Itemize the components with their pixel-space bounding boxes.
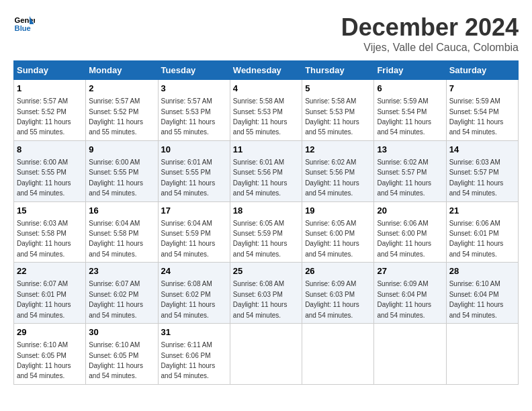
cell-sunrise: Sunrise: 5:59 AM xyxy=(449,97,500,105)
calendar-cell: 23Sunrise: 6:07 AMSunset: 6:02 PMDayligh… xyxy=(86,263,158,324)
calendar-cell: 7Sunrise: 5:59 AMSunset: 5:54 PMDaylight… xyxy=(446,80,518,141)
cell-sunset: Sunset: 5:57 PM xyxy=(449,169,499,176)
cell-daylight: Daylight: 11 hours and 54 minutes. xyxy=(233,179,287,197)
cell-daylight: Daylight: 11 hours and 54 minutes. xyxy=(377,240,431,257)
cell-sunrise: Sunrise: 5:57 AM xyxy=(17,97,68,105)
cell-sunrise: Sunrise: 6:06 AM xyxy=(449,220,500,227)
cell-sunset: Sunset: 5:53 PM xyxy=(305,108,355,116)
calendar-cell: 26Sunrise: 6:09 AMSunset: 6:03 PMDayligh… xyxy=(302,263,374,324)
calendar-cell: 21Sunrise: 6:06 AMSunset: 6:01 PMDayligh… xyxy=(446,201,518,263)
calendar-cell: 24Sunrise: 6:08 AMSunset: 6:02 PMDayligh… xyxy=(158,263,230,324)
cell-daylight: Daylight: 11 hours and 54 minutes. xyxy=(17,301,71,318)
day-number: 4 xyxy=(233,83,299,95)
day-number: 5 xyxy=(305,83,371,95)
calendar-cell: 9Sunrise: 6:00 AMSunset: 5:55 PMDaylight… xyxy=(86,140,158,201)
cell-daylight: Daylight: 11 hours and 54 minutes. xyxy=(377,179,431,197)
day-number: 10 xyxy=(161,144,227,156)
calendar-cell: 15Sunrise: 6:03 AMSunset: 5:58 PMDayligh… xyxy=(14,201,86,263)
day-number: 28 xyxy=(449,265,515,277)
calendar-cell: 31Sunrise: 6:11 AMSunset: 6:06 PMDayligh… xyxy=(158,324,230,385)
cell-daylight: Daylight: 11 hours and 54 minutes. xyxy=(17,362,71,379)
weekday-header: Monday xyxy=(86,61,158,80)
cell-sunset: Sunset: 5:58 PM xyxy=(89,230,138,237)
cell-sunset: Sunset: 5:52 PM xyxy=(17,108,66,116)
calendar-cell: 14Sunrise: 6:03 AMSunset: 5:57 PMDayligh… xyxy=(446,140,518,201)
calendar-cell: 16Sunrise: 6:04 AMSunset: 5:58 PMDayligh… xyxy=(86,201,158,263)
cell-sunrise: Sunrise: 6:11 AM xyxy=(161,341,212,349)
cell-sunrise: Sunrise: 6:02 AM xyxy=(305,158,356,166)
calendar-cell: 17Sunrise: 6:04 AMSunset: 5:59 PMDayligh… xyxy=(158,201,230,263)
day-number: 30 xyxy=(89,326,154,338)
cell-sunset: Sunset: 5:56 PM xyxy=(233,169,283,176)
day-number: 9 xyxy=(89,144,154,156)
cell-daylight: Daylight: 11 hours and 54 minutes. xyxy=(161,301,216,318)
day-number: 8 xyxy=(17,144,83,156)
weekday-header: Saturday xyxy=(446,61,518,80)
cell-sunset: Sunset: 5:53 PM xyxy=(233,108,283,116)
cell-sunset: Sunset: 6:01 PM xyxy=(17,291,66,298)
cell-daylight: Daylight: 11 hours and 54 minutes. xyxy=(233,301,287,318)
cell-daylight: Daylight: 11 hours and 54 minutes. xyxy=(377,118,431,136)
day-number: 6 xyxy=(377,83,443,95)
day-number: 16 xyxy=(89,205,154,217)
cell-sunset: Sunset: 6:05 PM xyxy=(17,352,66,359)
day-number: 18 xyxy=(233,205,299,217)
day-number: 1 xyxy=(17,83,83,95)
empty-cell xyxy=(302,324,374,385)
cell-sunset: Sunset: 6:04 PM xyxy=(377,291,427,298)
calendar-cell: 11Sunrise: 6:01 AMSunset: 5:56 PMDayligh… xyxy=(230,140,302,201)
cell-daylight: Daylight: 11 hours and 54 minutes. xyxy=(161,179,216,197)
cell-daylight: Daylight: 11 hours and 54 minutes. xyxy=(305,301,359,318)
cell-sunrise: Sunrise: 6:02 AM xyxy=(377,158,428,166)
cell-sunset: Sunset: 5:53 PM xyxy=(161,108,211,116)
calendar-cell: 13Sunrise: 6:02 AMSunset: 5:57 PMDayligh… xyxy=(374,140,446,201)
day-number: 3 xyxy=(161,83,227,95)
cell-daylight: Daylight: 11 hours and 54 minutes. xyxy=(449,118,504,136)
day-number: 29 xyxy=(17,326,83,338)
calendar-cell: 29Sunrise: 6:10 AMSunset: 6:05 PMDayligh… xyxy=(14,324,86,385)
calendar-cell: 22Sunrise: 6:07 AMSunset: 6:01 PMDayligh… xyxy=(14,263,86,324)
cell-sunset: Sunset: 5:55 PM xyxy=(161,169,211,176)
cell-sunrise: Sunrise: 5:58 AM xyxy=(305,97,356,105)
day-number: 26 xyxy=(305,265,371,277)
calendar-week-row: 1Sunrise: 5:57 AMSunset: 5:52 PMDaylight… xyxy=(14,80,519,141)
cell-sunrise: Sunrise: 6:04 AM xyxy=(89,220,140,227)
calendar-cell: 2Sunrise: 5:57 AMSunset: 5:52 PMDaylight… xyxy=(86,80,158,141)
calendar-week-row: 22Sunrise: 6:07 AMSunset: 6:01 PMDayligh… xyxy=(14,263,519,324)
calendar-cell: 8Sunrise: 6:00 AMSunset: 5:55 PMDaylight… xyxy=(14,140,86,201)
weekday-header: Sunday xyxy=(14,61,86,80)
day-number: 21 xyxy=(449,205,515,217)
logo-icon: General Blue xyxy=(13,13,35,35)
cell-sunrise: Sunrise: 6:06 AM xyxy=(377,220,428,227)
day-number: 7 xyxy=(449,83,515,95)
cell-sunset: Sunset: 5:54 PM xyxy=(377,108,427,116)
empty-cell xyxy=(374,324,446,385)
calendar-cell: 3Sunrise: 5:57 AMSunset: 5:53 PMDaylight… xyxy=(158,80,230,141)
cell-sunset: Sunset: 5:52 PM xyxy=(89,108,138,116)
weekday-header: Friday xyxy=(374,61,446,80)
weekday-header: Wednesday xyxy=(230,61,302,80)
calendar-cell: 5Sunrise: 5:58 AMSunset: 5:53 PMDaylight… xyxy=(302,80,374,141)
empty-cell xyxy=(230,324,302,385)
cell-sunrise: Sunrise: 5:59 AM xyxy=(377,97,428,105)
calendar-cell: 10Sunrise: 6:01 AMSunset: 5:55 PMDayligh… xyxy=(158,140,230,201)
cell-daylight: Daylight: 11 hours and 54 minutes. xyxy=(89,301,143,318)
cell-sunrise: Sunrise: 5:57 AM xyxy=(89,97,140,105)
cell-daylight: Daylight: 11 hours and 55 minutes. xyxy=(89,118,143,136)
calendar-cell: 6Sunrise: 5:59 AMSunset: 5:54 PMDaylight… xyxy=(374,80,446,141)
day-number: 20 xyxy=(377,205,443,217)
cell-daylight: Daylight: 11 hours and 54 minutes. xyxy=(449,179,504,197)
cell-sunrise: Sunrise: 6:03 AM xyxy=(449,158,500,166)
cell-daylight: Daylight: 11 hours and 54 minutes. xyxy=(305,179,359,197)
calendar-cell: 12Sunrise: 6:02 AMSunset: 5:56 PMDayligh… xyxy=(302,140,374,201)
weekday-header: Thursday xyxy=(302,61,374,80)
day-number: 15 xyxy=(17,205,83,217)
day-number: 24 xyxy=(161,265,227,277)
cell-sunrise: Sunrise: 6:10 AM xyxy=(17,341,68,349)
calendar-cell: 1Sunrise: 5:57 AMSunset: 5:52 PMDaylight… xyxy=(14,80,86,141)
cell-daylight: Daylight: 11 hours and 54 minutes. xyxy=(449,240,504,257)
cell-sunset: Sunset: 6:00 PM xyxy=(305,230,355,237)
cell-sunrise: Sunrise: 6:09 AM xyxy=(305,280,356,287)
calendar-cell: 19Sunrise: 6:05 AMSunset: 6:00 PMDayligh… xyxy=(302,201,374,263)
cell-sunset: Sunset: 5:54 PM xyxy=(449,108,499,116)
